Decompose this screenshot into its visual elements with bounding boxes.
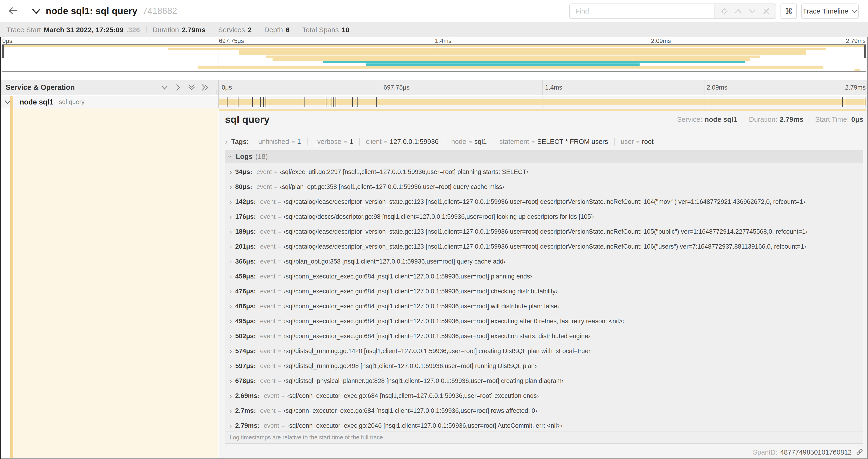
- tag[interactable]: user=root: [614, 138, 660, 145]
- log-row[interactable]: ›189μs:event=‹sql/catalog/lease/descript…: [225, 224, 863, 239]
- chevron-right-icon: ›: [229, 303, 232, 310]
- log-marker[interactable]: [326, 97, 327, 107]
- log-field-key: event: [260, 318, 276, 325]
- log-row[interactable]: ›366μs:event=‹sql/plan_opt.go:358 [nsql1…: [225, 254, 863, 269]
- span-id-label: SpanID:: [753, 449, 777, 456]
- minimap-span: [323, 61, 745, 63]
- logs-header[interactable]: › Logs (18): [225, 151, 863, 163]
- chevron-down-icon[interactable]: [32, 8, 40, 14]
- log-row[interactable]: ›2.7ms:event=‹sql/conn_executor_exec.go:…: [225, 403, 863, 418]
- log-field-value: ‹sql/conn_executor_exec.go:684 [nsql1,cl…: [283, 333, 590, 340]
- duration-label: Duration:: [749, 116, 777, 123]
- column-divider[interactable]: [218, 80, 219, 108]
- next-match-icon[interactable]: [746, 5, 758, 17]
- log-row[interactable]: ›495μs:event=‹sql/conn_executor_exec.go:…: [225, 314, 863, 329]
- tag[interactable]: statement=SELECT * FROM users: [493, 138, 614, 145]
- summary-item: Trace StartMarch 31 2022, 17:25:09.326: [6, 26, 140, 34]
- log-marker[interactable]: [332, 97, 332, 107]
- log-marker[interactable]: [227, 97, 227, 107]
- view-selector-button[interactable]: Trace Timeline: [801, 3, 859, 19]
- minimap-span-row: [2, 50, 866, 53]
- span-collapse-icon[interactable]: [5, 100, 11, 104]
- minimap-span-row: [2, 45, 866, 47]
- minimap-span: [168, 47, 826, 50]
- minimap-left-handle[interactable]: [2, 45, 4, 58]
- log-marker[interactable]: [845, 97, 845, 107]
- tag[interactable]: _verbose=1: [307, 138, 359, 145]
- span-duration-bar[interactable]: [219, 99, 866, 105]
- minimap-span: [273, 58, 750, 60]
- expand-all-icon[interactable]: [201, 84, 209, 91]
- logs-footnote: Log timestamps are relative to the start…: [225, 431, 863, 443]
- minimap-span-row: [2, 63, 866, 66]
- span-bar-cell[interactable]: [219, 96, 866, 108]
- chevron-right-icon: ›: [229, 422, 232, 429]
- log-row[interactable]: ›176μs:event=‹sql/catalog/descs/descript…: [225, 209, 863, 224]
- tag[interactable]: _unfinished=1: [254, 138, 307, 145]
- span-detail-panel: sql query Service:node sql1 Duration:2.7…: [219, 108, 868, 458]
- log-marker[interactable]: [252, 97, 253, 107]
- log-marker[interactable]: [238, 97, 239, 107]
- minimap-right-handle[interactable]: [864, 45, 866, 58]
- collapse-one-icon[interactable]: [160, 84, 168, 91]
- span-name-cell[interactable]: node sql1 sql query: [0, 96, 218, 108]
- log-marker[interactable]: [358, 97, 358, 107]
- equals-sign: =: [384, 138, 388, 145]
- log-marker[interactable]: [865, 97, 865, 107]
- log-row[interactable]: ›142μs:event=‹sql/catalog/lease/descript…: [225, 194, 863, 209]
- tag-value: SELECT * FROM users: [537, 138, 608, 145]
- minimap-span-row: [2, 56, 866, 58]
- trace-summary-items: Trace StartMarch 31 2022, 17:25:09.326Du…: [6, 26, 349, 34]
- log-marker[interactable]: [842, 97, 843, 107]
- keyboard-shortcuts-button[interactable]: ⌘: [780, 3, 797, 19]
- log-row[interactable]: ›459μs:event=‹sql/conn_executor_exec.go:…: [225, 269, 863, 284]
- column-resizer-handle[interactable]: [215, 90, 217, 94]
- log-marker[interactable]: [352, 97, 353, 107]
- log-row[interactable]: ›80μs:event=‹sql/plan_opt.go:358 [nsql1,…: [225, 179, 863, 194]
- tags-accordion[interactable]: › Tags: _unfinished=1_verbose=1client=12…: [225, 135, 863, 149]
- log-row[interactable]: ›486μs:event=‹sql/conn_executor_exec.go:…: [225, 299, 863, 314]
- log-field-value: ‹sql/conn_executor_exec.go:684 [nsql1,cl…: [283, 303, 560, 310]
- log-row[interactable]: ›476μs:event=‹sql/conn_executor_exec.go:…: [225, 284, 863, 299]
- log-field-key: event: [264, 392, 279, 399]
- log-row[interactable]: ›34μs:event=‹sql/exec_util.go:2297 [nsql…: [225, 164, 863, 179]
- minimap-span: [198, 66, 824, 69]
- tag-value: root: [642, 138, 654, 145]
- divider: [146, 26, 147, 33]
- trace-minimap: 0μs697.75μs1.4ms2.09ms2.79ms: [0, 37, 868, 72]
- log-row[interactable]: ›2.69ms:event=‹sql/conn_executor_exec.go…: [225, 388, 863, 403]
- minimap-span: [266, 56, 761, 58]
- find-input[interactable]: [570, 4, 714, 19]
- clear-search-icon[interactable]: [760, 5, 772, 17]
- prev-match-icon[interactable]: [732, 5, 744, 17]
- collapse-all-icon[interactable]: [188, 84, 195, 91]
- log-marker[interactable]: [336, 97, 336, 107]
- tag[interactable]: node=sql1: [445, 138, 493, 145]
- log-marker[interactable]: [304, 97, 305, 107]
- log-marker[interactable]: [330, 97, 331, 107]
- log-timestamp: 201μs:: [235, 243, 256, 250]
- deep-link-icon[interactable]: [856, 448, 864, 456]
- span-row[interactable]: node sql1 sql query: [0, 96, 868, 108]
- back-button[interactable]: [0, 0, 26, 22]
- service-color-strip: [10, 108, 13, 458]
- log-marker[interactable]: [260, 97, 260, 107]
- log-row[interactable]: ›678μs:event=‹sql/distsql_physical_plann…: [225, 373, 863, 388]
- log-marker[interactable]: [263, 97, 264, 107]
- log-row[interactable]: ›201μs:event=‹sql/catalog/lease/descript…: [225, 239, 863, 254]
- log-row[interactable]: ›597μs:event=‹sql/distsql_running.go:498…: [225, 358, 863, 373]
- log-row[interactable]: ›574μs:event=‹sql/distsql_running.go:142…: [225, 343, 863, 358]
- log-marker[interactable]: [376, 97, 377, 107]
- scroll-to-match-icon[interactable]: [718, 5, 730, 17]
- log-field-key: event: [260, 348, 276, 355]
- log-row[interactable]: ›502μs:event=‹sql/conn_executor_exec.go:…: [225, 329, 863, 343]
- log-field-value: ‹sql/plan_opt.go:358 [nsql1,client=127.0…: [283, 258, 506, 265]
- log-field-value: ‹sql/conn_executor_exec.go:684 [nsql1,cl…: [283, 407, 537, 415]
- log-marker[interactable]: [334, 97, 334, 107]
- scrollbar-track[interactable]: [867, 37, 868, 459]
- expand-one-icon[interactable]: [174, 84, 182, 91]
- tag[interactable]: client=127.0.0.1:59936: [359, 138, 445, 145]
- log-marker[interactable]: [266, 97, 266, 107]
- minimap-canvas[interactable]: [2, 44, 866, 72]
- chevron-right-icon: ›: [229, 228, 232, 235]
